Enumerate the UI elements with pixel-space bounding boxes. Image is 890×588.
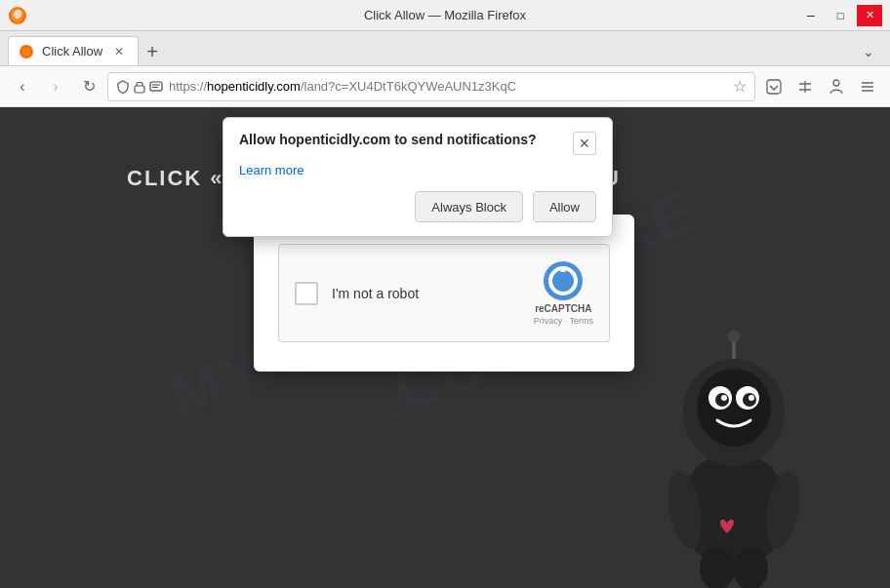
svg-point-19 <box>721 395 727 401</box>
forward-button[interactable]: › <box>41 72 70 101</box>
svg-point-20 <box>748 395 754 401</box>
popup-header: Allow hopenticidly.com to send notificat… <box>239 132 596 155</box>
robot-character <box>636 276 831 588</box>
profile-button[interactable] <box>822 72 851 101</box>
pocket-icon <box>765 78 783 96</box>
close-button[interactable]: ✕ <box>857 5 882 26</box>
window-controls: ─ □ ✕ <box>798 5 882 26</box>
popup-title: Allow hopenticidly.com to send notificat… <box>239 132 573 147</box>
lock-icon <box>134 80 145 94</box>
notification-popup: Allow hopenticidly.com to send notificat… <box>222 117 613 237</box>
notification-icon <box>149 80 163 94</box>
title-bar: Click Allow — Mozilla Firefox ─ □ ✕ <box>0 0 890 31</box>
back-icon: ‹ <box>20 78 24 96</box>
learn-more-link[interactable]: Learn more <box>239 163 596 177</box>
svg-point-8 <box>833 80 839 86</box>
recaptcha-links: Privacy · Terms <box>534 316 593 326</box>
firefox-logo-icon <box>8 6 27 25</box>
recaptcha-left: I'm not a robot <box>295 282 419 305</box>
new-tab-button[interactable]: + <box>139 38 166 65</box>
browser-content: MYANTISPYWARE .COM CLICK «ALLOW» TO CONF… <box>0 107 890 588</box>
maximize-button[interactable]: □ <box>828 5 853 26</box>
popup-close-button[interactable]: ✕ <box>573 132 596 155</box>
reload-button[interactable]: ↻ <box>74 72 103 101</box>
tab-favicon-icon <box>19 44 34 59</box>
pocket-button[interactable] <box>759 72 789 101</box>
minimize-button[interactable]: ─ <box>798 5 824 26</box>
svg-point-2 <box>22 48 30 56</box>
recaptcha-brand: reCAPTCHA <box>535 303 591 314</box>
address-text: https://hopenticidly.com/land?c=XU4DtT6k… <box>169 79 727 94</box>
allow-button[interactable]: Allow <box>533 191 596 222</box>
shield-icon <box>116 80 130 94</box>
recaptcha-right: reCAPTCHA Privacy · Terms <box>534 260 593 326</box>
recaptcha-card: I'm not a robot reCAPTCHA Privacy · Term… <box>254 215 634 372</box>
svg-point-22 <box>728 331 740 342</box>
hamburger-icon <box>859 78 876 96</box>
terms-link[interactable]: Terms <box>570 316 594 326</box>
tab-bar: Click Allow ✕ + ⌄ <box>0 31 890 66</box>
extensions-icon <box>796 78 814 96</box>
window-title: Click Allow — Mozilla Firefox <box>364 8 526 22</box>
reload-icon: ↻ <box>83 77 96 96</box>
nav-bar: ‹ › ↻ https://hopenticidly <box>0 66 890 107</box>
svg-rect-3 <box>135 86 144 93</box>
url-prefix: https:// <box>169 79 207 94</box>
title-bar-left <box>8 6 35 25</box>
privacy-link[interactable]: Privacy <box>534 316 563 326</box>
url-domain: hopenticidly.com <box>207 79 301 94</box>
tab-title: Click Allow <box>42 44 102 59</box>
robot-svg <box>636 276 831 588</box>
address-bar-icons <box>116 80 163 94</box>
url-path: /land?c=XU4DtT6kQYWeAUN1z3KqC <box>301 79 516 94</box>
bookmark-button[interactable]: ☆ <box>733 77 747 96</box>
tab-close-button[interactable]: ✕ <box>110 43 128 60</box>
recaptcha-logo-icon <box>543 260 584 301</box>
always-block-button[interactable]: Always Block <box>415 191 523 222</box>
svg-point-26 <box>733 547 768 588</box>
recaptcha-label: I'm not a robot <box>332 286 419 301</box>
recaptcha-checkbox[interactable] <box>295 282 318 305</box>
svg-rect-7 <box>767 80 781 94</box>
tab-overflow-button[interactable]: ⌄ <box>855 38 882 65</box>
svg-point-25 <box>700 547 735 588</box>
extensions-button[interactable] <box>790 72 820 101</box>
recaptcha-inner: I'm not a robot reCAPTCHA Privacy · Term… <box>278 244 610 342</box>
nav-right <box>759 72 882 101</box>
menu-button[interactable] <box>853 72 882 101</box>
active-tab[interactable]: Click Allow ✕ <box>8 36 139 65</box>
popup-buttons: Always Block Allow <box>239 191 596 222</box>
svg-point-14 <box>697 369 771 447</box>
address-bar[interactable]: https://hopenticidly.com/land?c=XU4DtT6k… <box>107 72 755 101</box>
forward-icon: › <box>53 78 58 96</box>
tab-bar-right: ⌄ <box>855 38 882 65</box>
profile-icon <box>828 78 845 96</box>
back-button[interactable]: ‹ <box>8 72 37 101</box>
svg-rect-4 <box>150 82 162 91</box>
